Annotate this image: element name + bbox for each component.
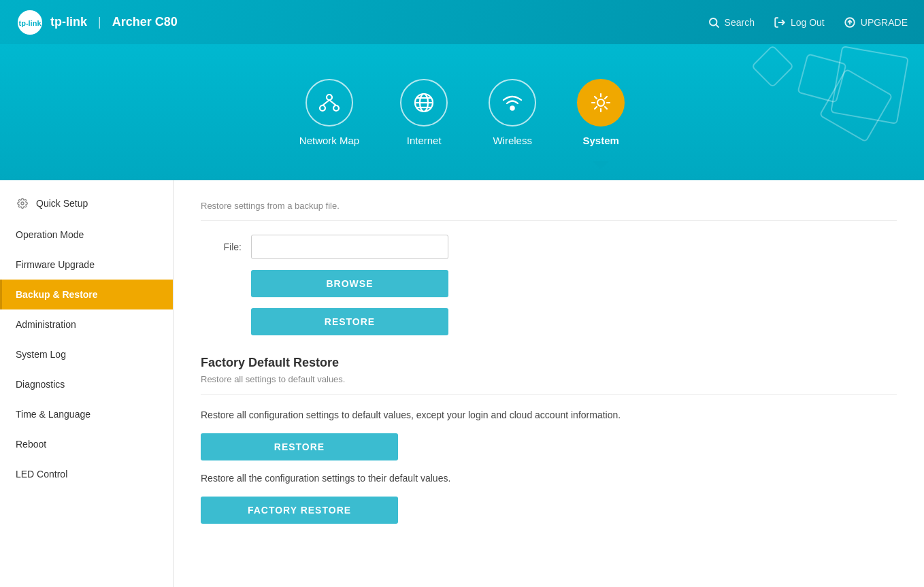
tab-system-label: System <box>582 135 618 146</box>
tab-internet-label: Internet <box>407 135 442 146</box>
logout-nav-item[interactable]: Log Out <box>774 16 825 29</box>
network-map-icon <box>317 90 342 115</box>
logout-icon <box>774 16 786 29</box>
sidebar-item-backup-restore-label: Backup & Restore <box>16 289 98 300</box>
search-label: Search <box>725 17 755 28</box>
decor-3 <box>751 45 795 88</box>
upgrade-label: UPGRADE <box>861 17 908 28</box>
sidebar-item-administration[interactable]: Administration <box>0 309 173 339</box>
tab-system-icon-circle <box>577 79 625 127</box>
brand-name: tp-link <box>50 15 87 29</box>
tab-wireless-icon-circle <box>489 79 536 127</box>
tab-network-map-icon-circle <box>306 79 353 127</box>
logo: tp-link tp-link | Archer C80 <box>16 9 178 36</box>
restore-description: Restore settings from a backup file. <box>201 201 897 221</box>
sidebar-item-system-log-label: System Log <box>16 349 66 360</box>
svg-line-9 <box>323 100 329 105</box>
quick-setup-icon <box>16 197 29 210</box>
logo-divider: | <box>98 15 101 29</box>
factory-default-subtitle: Restore all settings to default values. <box>201 374 897 395</box>
tabs-area: Network Map Internet Wireless <box>0 44 924 180</box>
svg-point-17 <box>597 99 604 106</box>
decor-4 <box>830 46 909 124</box>
factory-restore-button[interactable]: FACTORY RESTORE <box>201 497 398 524</box>
sidebar-item-time-language-label: Time & Language <box>16 409 90 420</box>
svg-point-8 <box>333 105 339 111</box>
sidebar-item-time-language[interactable]: Time & Language <box>0 399 173 429</box>
sidebar-item-diagnostics-label: Diagnostics <box>16 379 65 390</box>
tab-system[interactable]: System <box>577 79 625 146</box>
sidebar-item-system-log[interactable]: System Log <box>0 339 173 369</box>
tab-network-map-label: Network Map <box>299 135 359 146</box>
system-icon <box>589 90 613 115</box>
search-icon <box>708 16 720 29</box>
sidebar-item-led-control-label: LED Control <box>16 469 67 480</box>
partial-restore-button[interactable]: RESTORE <box>201 433 398 460</box>
main-layout: Quick Setup Operation Mode Firmware Upgr… <box>0 180 924 587</box>
svg-line-10 <box>329 100 336 105</box>
tab-network-map[interactable]: Network Map <box>299 79 359 146</box>
sidebar-item-firmware-upgrade[interactable]: Firmware Upgrade <box>0 250 173 280</box>
file-input[interactable] <box>251 235 448 259</box>
tab-wireless-label: Wireless <box>493 135 532 146</box>
content-area: Restore settings from a backup file. Fil… <box>174 180 924 587</box>
sidebar-item-backup-restore[interactable]: Backup & Restore <box>0 280 173 309</box>
svg-text:tp-link: tp-link <box>19 19 42 27</box>
sidebar-item-operation-mode-label: Operation Mode <box>16 229 84 240</box>
sidebar-item-reboot-label: Reboot <box>16 439 46 450</box>
full-restore-text: Restore all the configuration settings t… <box>201 471 897 486</box>
sidebar: Quick Setup Operation Mode Firmware Upgr… <box>0 180 174 587</box>
sidebar-item-administration-label: Administration <box>16 319 76 330</box>
svg-point-2 <box>710 18 717 26</box>
wireless-icon <box>500 90 525 115</box>
sidebar-item-quick-setup[interactable]: Quick Setup <box>0 187 173 220</box>
sidebar-item-diagnostics[interactable]: Diagnostics <box>0 369 173 399</box>
header: tp-link tp-link | Archer C80 Search Log … <box>0 0 924 44</box>
svg-point-16 <box>511 106 514 110</box>
logout-label: Log Out <box>791 17 825 28</box>
tab-internet-icon-circle <box>400 79 448 127</box>
sidebar-item-operation-mode[interactable]: Operation Mode <box>0 220 173 250</box>
browse-button[interactable]: BROWSE <box>251 270 448 297</box>
tab-wireless[interactable]: Wireless <box>489 79 536 146</box>
sidebar-item-reboot[interactable]: Reboot <box>0 429 173 459</box>
model-name: Archer C80 <box>112 15 178 29</box>
restore-button[interactable]: RESTORE <box>251 308 448 335</box>
file-row: File: <box>201 235 897 259</box>
header-nav: Search Log Out UPGRADE <box>708 16 908 29</box>
tab-internet[interactable]: Internet <box>400 79 448 146</box>
partial-restore-text: Restore all configuration settings to de… <box>201 408 897 422</box>
sidebar-item-firmware-upgrade-label: Firmware Upgrade <box>16 259 95 270</box>
internet-icon <box>412 90 436 115</box>
svg-line-3 <box>716 24 719 27</box>
file-label: File: <box>201 241 242 252</box>
upgrade-icon <box>844 16 856 29</box>
sidebar-item-quick-setup-label: Quick Setup <box>36 198 88 209</box>
svg-point-18 <box>21 202 24 205</box>
factory-default-title: Factory Default Restore <box>201 356 897 370</box>
svg-point-6 <box>327 95 332 100</box>
svg-point-7 <box>320 105 325 111</box>
tplink-logo-icon: tp-link <box>16 9 44 36</box>
sidebar-item-led-control[interactable]: LED Control <box>0 459 173 489</box>
upgrade-nav-item[interactable]: UPGRADE <box>844 16 908 29</box>
search-nav-item[interactable]: Search <box>708 16 755 29</box>
